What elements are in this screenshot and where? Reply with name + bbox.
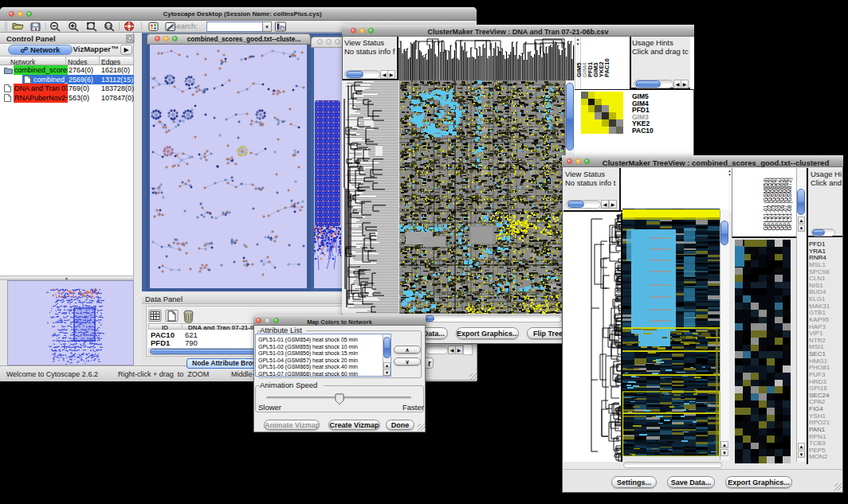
svg-text:Search:: Search: [171,21,198,30]
svg-text:1:1: 1:1 [105,24,112,29]
